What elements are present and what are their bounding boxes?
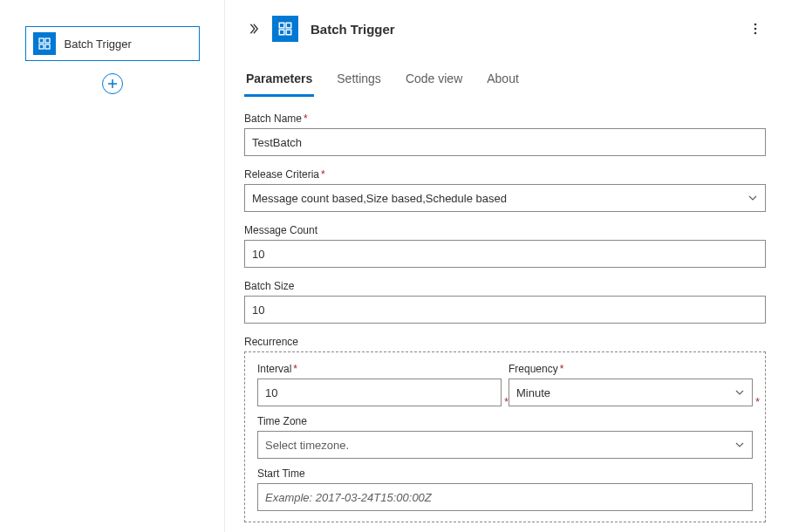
parameters-form: Batch Name* Release Criteria* Message co…	[225, 97, 785, 532]
svg-point-10	[754, 24, 757, 26]
frequency-select[interactable]: Minute	[509, 379, 753, 406]
frequency-value: Minute	[516, 386, 550, 399]
release-criteria-label: Release Criteria*	[244, 168, 766, 181]
designer-canvas: Batch Trigger	[0, 0, 225, 532]
collapse-panel-button[interactable]	[244, 20, 262, 38]
properties-panel: Batch Trigger Parameters Settings Code v…	[225, 0, 785, 532]
add-step-button[interactable]	[102, 73, 123, 94]
release-criteria-value: Message count based,Size based,Schedule …	[252, 192, 507, 205]
time-zone-placeholder: Select timezone.	[265, 439, 349, 452]
tab-settings[interactable]: Settings	[335, 65, 383, 97]
chevron-down-icon	[734, 387, 745, 398]
batch-trigger-icon	[272, 16, 298, 42]
svg-rect-9	[286, 30, 291, 35]
panel-header: Batch Trigger	[225, 0, 785, 51]
batch-size-label: Batch Size	[244, 280, 766, 292]
svg-point-11	[754, 28, 757, 31]
interval-input[interactable]	[257, 379, 502, 406]
tab-code-view[interactable]: Code view	[404, 65, 464, 97]
release-criteria-select[interactable]: Message count based,Size based,Schedule …	[244, 184, 766, 212]
start-time-label: Start Time	[257, 467, 753, 480]
panel-tabs: Parameters Settings Code view About	[225, 65, 785, 97]
message-count-input[interactable]	[244, 240, 766, 268]
svg-rect-1	[45, 38, 50, 43]
tab-about[interactable]: About	[485, 65, 521, 97]
batch-trigger-icon	[33, 32, 56, 55]
tab-parameters[interactable]: Parameters	[244, 65, 314, 97]
recurrence-label: Recurrence	[244, 336, 766, 348]
batch-name-label: Batch Name*	[244, 113, 766, 125]
svg-rect-6	[279, 23, 284, 28]
more-menu-button[interactable]	[745, 18, 766, 39]
trigger-node[interactable]: Batch Trigger	[25, 26, 200, 61]
svg-rect-0	[39, 38, 44, 43]
svg-point-12	[754, 32, 757, 35]
panel-title: Batch Trigger	[311, 22, 745, 37]
recurrence-group: Interval* * Frequency* Minute	[244, 351, 766, 522]
time-zone-label: Time Zone	[257, 415, 753, 427]
svg-rect-2	[39, 44, 44, 49]
time-zone-select[interactable]: Select timezone.	[257, 431, 753, 459]
required-marker-icon: *	[755, 396, 760, 408]
message-count-label: Message Count	[244, 224, 766, 236]
svg-rect-8	[279, 30, 284, 35]
chevron-down-icon	[747, 193, 758, 203]
interval-label: Interval*	[257, 363, 502, 375]
frequency-label: Frequency*	[509, 363, 753, 375]
batch-name-input[interactable]	[244, 128, 766, 156]
start-time-input[interactable]	[257, 483, 753, 511]
trigger-node-label: Batch Trigger	[65, 38, 132, 51]
chevron-down-icon	[734, 440, 745, 450]
batch-size-input[interactable]	[244, 296, 766, 324]
svg-rect-7	[286, 23, 291, 28]
svg-rect-3	[45, 44, 50, 49]
